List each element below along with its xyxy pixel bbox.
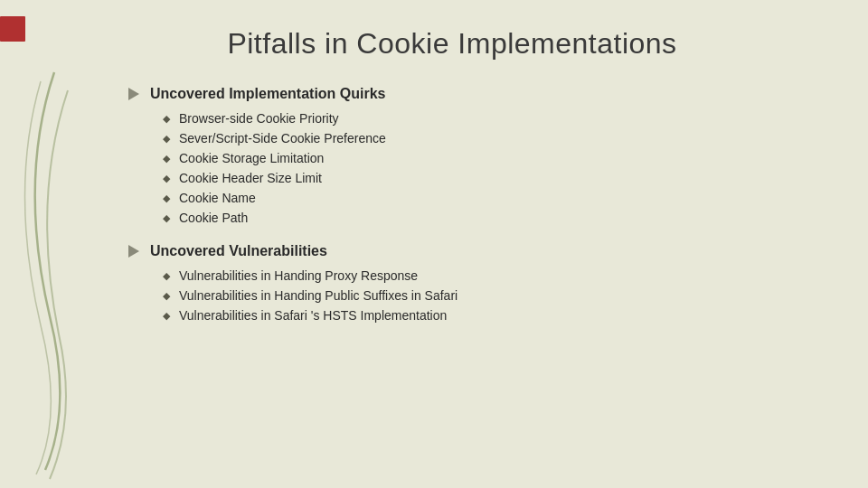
item-text: Vulnerabilities in Safari 's HSTS Implem… bbox=[179, 308, 447, 323]
list-item: Sever/Script-Side Cookie Preference bbox=[163, 129, 796, 147]
bullet-icon bbox=[163, 113, 170, 125]
section-1: Uncovered Implementation Quirks Browser-… bbox=[127, 86, 796, 227]
section-1-bullet bbox=[127, 87, 141, 101]
section-2-items: Vulnerabilities in Handing Proxy Respons… bbox=[127, 267, 796, 324]
item-text: Vulnerabilities in Handing Public Suffix… bbox=[179, 288, 458, 303]
list-item: Cookie Header Size Limit bbox=[163, 169, 796, 187]
list-item: Cookie Path bbox=[163, 209, 796, 227]
bullet-icon bbox=[163, 192, 170, 204]
slide: Pitfalls in Cookie Implementations Uncov… bbox=[0, 0, 868, 488]
decorative-curves bbox=[0, 0, 108, 488]
slide-title: Pitfalls in Cookie Implementations bbox=[108, 27, 796, 61]
item-text: Sever/Script-Side Cookie Preference bbox=[179, 131, 386, 145]
item-text: Cookie Header Size Limit bbox=[179, 171, 322, 185]
list-item: Vulnerabilities in Handing Proxy Respons… bbox=[163, 267, 796, 285]
bullet-icon bbox=[163, 212, 170, 224]
list-item: Vulnerabilities in Handing Public Suffix… bbox=[163, 286, 796, 305]
list-item: Cookie Name bbox=[163, 189, 796, 207]
bullet-icon bbox=[163, 310, 170, 322]
item-text: Cookie Name bbox=[179, 191, 256, 205]
item-text: Browser-side Cookie Priority bbox=[179, 111, 339, 126]
bullet-icon bbox=[163, 173, 170, 184]
section-1-header: Uncovered Implementation Quirks bbox=[127, 86, 796, 102]
section-1-items: Browser-side Cookie Priority Sever/Scrip… bbox=[127, 109, 796, 227]
list-item: Cookie Storage Limitation bbox=[163, 149, 796, 167]
svg-rect-0 bbox=[0, 16, 25, 42]
section-2: Uncovered Vulnerabilities Vulnerabilitie… bbox=[127, 243, 796, 324]
item-text: Cookie Path bbox=[179, 211, 248, 225]
section-2-header: Uncovered Vulnerabilities bbox=[127, 243, 796, 259]
item-text: Vulnerabilities in Handing Proxy Respons… bbox=[179, 268, 418, 283]
list-item: Browser-side Cookie Priority bbox=[163, 109, 796, 127]
bullet-icon bbox=[163, 153, 170, 164]
bullet-icon bbox=[163, 290, 170, 302]
section-2-title: Uncovered Vulnerabilities bbox=[150, 243, 327, 259]
list-item: Vulnerabilities in Safari 's HSTS Implem… bbox=[163, 306, 796, 324]
section-1-title: Uncovered Implementation Quirks bbox=[150, 86, 386, 102]
section-2-bullet bbox=[127, 244, 141, 258]
item-text: Cookie Storage Limitation bbox=[179, 151, 324, 165]
bullet-icon bbox=[163, 133, 170, 145]
content-area: Uncovered Implementation Quirks Browser-… bbox=[108, 86, 796, 332]
bullet-icon bbox=[163, 270, 170, 282]
